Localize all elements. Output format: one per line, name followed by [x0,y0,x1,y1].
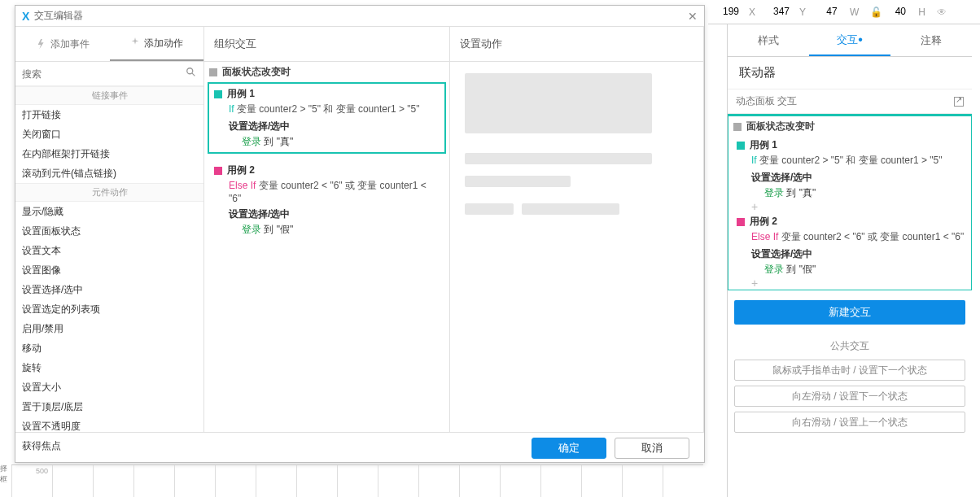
case-2[interactable]: 用例 2 Else If 变量 counter2 < "6" 或 变量 coun… [728,213,971,290]
case-2[interactable]: 用例 2 Else If 变量 counter2 < "6" 或 变量 coun… [208,159,446,242]
event-header[interactable]: 面板状态改变时 [728,116,971,137]
list-item[interactable]: 在内部框架打开链接 [15,144,203,163]
tab-add-action[interactable]: 添加动作 [110,27,204,61]
organize-column: 组织交互 面板状态改变时 用例 1 If 变量 counter2 > "5" 和… [204,27,450,432]
interaction-tree: 面板状态改变时 用例 1 If 变量 counter2 > "5" 和 变量 c… [728,114,972,290]
placeholder-chip [465,203,514,215]
placeholder-box [465,73,652,133]
list-item[interactable]: 滚动到元件(锚点链接) [15,163,203,183]
sparkle-icon [129,37,141,49]
event-header[interactable]: 面板状态改变时 [204,62,449,82]
left-ruler-stub: 择框 [0,464,11,473]
event-title: 面板状态改变时 [222,65,291,79]
organize-header: 组织交互 [204,27,449,62]
list-item[interactable]: 移动 [15,338,203,358]
add-action-icon[interactable]: + [737,202,971,211]
group-widget-header: 元件动作 [15,183,203,202]
list-item[interactable]: 设置文本 [15,241,203,260]
pos-w-input[interactable] [817,6,847,18]
settings-header: 设置动作 [450,27,703,62]
tab-add-action-label: 添加动作 [144,37,183,50]
list-item[interactable]: 设置不透明度 [15,416,203,436]
case-1-action-line: 登录 到 "真" [737,186,971,200]
list-item[interactable]: 置于顶层/底层 [15,397,203,416]
left-tabs: 添加事件 添加动作 [15,27,203,62]
placeholder-chip [522,203,619,215]
pos-x-input[interactable] [716,6,746,18]
collapse-icon [733,123,742,131]
collapse-case-icon [214,167,222,175]
list-item[interactable]: 旋转 [15,358,203,377]
widget-type-label: 动态面板 交互 [736,94,797,108]
pos-h-input[interactable] [886,6,915,18]
case-1-action-line: 登录 到 "真" [214,135,440,149]
case-1-condition: If 变量 counter2 > "5" 和 变量 counter1 > "5" [214,102,440,116]
case-1-action: 设置选择/选中 [214,120,440,133]
tab-notes[interactable]: 注释 [890,24,972,56]
ruler-tick: 500 [36,467,48,475]
collapse-case-icon [214,90,222,98]
list-item[interactable]: 设置大小 [15,377,203,397]
list-item[interactable]: 启用/禁用 [15,319,203,338]
quick-interaction-button[interactable]: 向右滑动 / 设置上一个状态 [734,412,965,433]
position-readout: X Y W 🔓 H 👁 [708,0,980,24]
public-interactions-header: 公共交互 [728,339,972,353]
new-interaction-button[interactable]: 新建交互 [734,300,965,325]
visibility-icon[interactable]: 👁 [937,7,947,18]
quick-interaction-button[interactable]: 鼠标或手指单击时 / 设置下一个状态 [734,360,965,381]
event-title: 面板状态改变时 [746,120,815,133]
search-input[interactable] [22,68,186,80]
tab-interactions[interactable]: 交互• [809,24,890,56]
case-2-condition: Else If 变量 counter2 < "6" 或 变量 counter1 … [214,179,440,204]
group-link-header: 链接事件 [15,86,203,105]
case-1-title: 用例 1 [750,138,777,152]
inspector-tabs: 样式 交互• 注释 [728,24,972,57]
horizontal-ruler: 500 [11,464,703,497]
case-2-action: 设置选择/选中 [737,247,971,261]
pos-y-input[interactable] [767,6,796,18]
tab-add-event-label: 添加事件 [50,37,90,51]
search-row [15,62,203,86]
inspector-panel: 样式 交互• 注释 联动器 动态面板 交互 面板状态改变时 用例 1 If 变量… [727,24,972,497]
case-1[interactable]: 用例 1 If 变量 counter2 > "5" 和 变量 counter1 … [208,82,446,154]
ok-button[interactable]: 确定 [532,438,606,459]
add-action-icon[interactable]: + [737,278,971,288]
lock-icon[interactable]: 🔓 [870,7,882,18]
quick-interaction-button[interactable]: 向左滑动 / 设置下一个状态 [734,386,965,407]
placeholder-line [465,153,652,164]
case-1-condition: If 变量 counter2 > "5" 和 变量 counter1 > "5" [737,154,971,168]
list-item[interactable]: 关闭窗口 [15,124,203,144]
expand-editor-icon[interactable] [954,97,964,107]
interaction-editor-dialog: X 交互编辑器 ✕ 添加事件 添加动作 [15,5,705,463]
close-icon[interactable]: ✕ [688,10,698,23]
list-item[interactable]: 设置选择/选中 [15,280,203,299]
cancel-button[interactable]: 取消 [615,438,689,459]
action-list: 链接事件 打开链接关闭窗口在内部框架打开链接滚动到元件(锚点链接) 元件动作 显… [15,86,203,456]
case-1[interactable]: 用例 1 If 变量 counter2 > "5" 和 变量 counter1 … [728,137,971,213]
lightning-icon [36,38,47,50]
case-2-title: 用例 2 [227,163,255,177]
collapse-case-icon [737,142,745,150]
list-item[interactable]: 获得焦点 [15,436,203,456]
collapse-case-icon [737,218,745,226]
list-item[interactable]: 设置面板状态 [15,221,203,241]
case-1-title: 用例 1 [227,87,255,101]
dialog-title: 交互编辑器 [34,9,83,23]
case-2-action-line: 登录 到 "假" [214,223,440,237]
axure-logo-icon: X [22,10,29,23]
list-item[interactable]: 打开链接 [15,105,203,124]
widget-name[interactable]: 联动器 [728,57,972,89]
settings-column: 设置动作 [450,27,704,432]
tab-add-event[interactable]: 添加事件 [15,27,110,61]
list-item[interactable]: 显示/隐藏 [15,202,203,221]
pos-h-label: H [918,7,925,18]
case-2-action: 设置选择/选中 [214,207,440,221]
case-2-condition: Else If 变量 counter2 < "6" 或 变量 counter1 … [737,230,971,244]
search-icon[interactable] [186,67,197,81]
list-item[interactable]: 设置选定的列表项 [15,299,203,319]
list-item[interactable]: 设置图像 [15,260,203,280]
case-2-title: 用例 2 [750,215,777,229]
tab-style[interactable]: 样式 [728,24,809,56]
collapse-icon [209,68,217,76]
dialog-titlebar: X 交互编辑器 ✕ [15,6,704,27]
